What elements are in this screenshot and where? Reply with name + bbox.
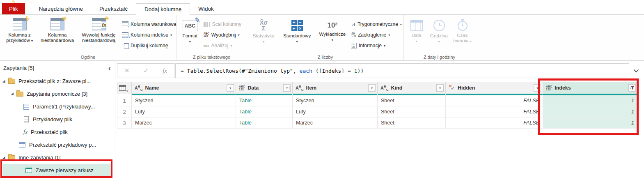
row-number[interactable]: 1: [117, 95, 132, 106]
column-filter-dropdown-button[interactable]: ▾: [534, 84, 541, 92]
tab-plik[interactable]: Plik: [2, 3, 25, 14]
tree-item-zapytania-pomocnicze[interactable]: Zapytania pomocnicze [3]: [0, 88, 115, 100]
column-filter-dropdown-button[interactable]: ▾: [436, 84, 444, 92]
trigonometry-button[interactable]: ⊿ Trygonometryczne ▾: [349, 19, 403, 30]
ribbon: ϟ Kolumna zprzykładów ▾ ✳ Kolumnaniestan…: [0, 15, 644, 61]
dropdown-caret-icon: ▾: [470, 39, 472, 43]
tree-item-przeksztalc-plik-z[interactable]: Przekształć plik z: Zawsze pi...: [0, 75, 115, 88]
power-query-editor-window: Plik Narzędzia główne Przekształć Dodaj …: [0, 0, 644, 182]
row-number[interactable]: 3: [117, 117, 132, 129]
column-filter-dropdown-button[interactable]: ▾: [227, 84, 234, 92]
format-button[interactable]: ABC✎ Format▾: [178, 16, 202, 54]
cell-name[interactable]: Styczeń: [132, 95, 236, 106]
ribbon-tab-bar: Plik Narzędzia główne Przekształć Dodaj …: [0, 0, 644, 15]
invoke-custom-function-button[interactable]: fx✳ Wywołaj funkcjęniestandardową: [77, 16, 120, 54]
column-header-data[interactable]: ABC123 Data: [236, 82, 293, 94]
expanded-triangle-icon[interactable]: [2, 156, 5, 159]
standard-button[interactable]: +−÷× Standardowy▾: [279, 16, 316, 54]
expanded-triangle-icon[interactable]: [11, 92, 14, 95]
column-header-indeks[interactable]: ABC123 Indeks: [543, 82, 638, 94]
dropdown-caret-icon: ▾: [230, 44, 232, 48]
text-type-icon: ABC: [380, 85, 389, 92]
pencil-icon: ✎: [194, 16, 201, 25]
column-header-hidden[interactable]: ✕✓ Hidden ▾: [446, 82, 543, 94]
tab-narzedzia-glowne[interactable]: Narzędzia główne: [31, 3, 91, 14]
formula-text: = Table.SelectRows(#"Zmieniono typ",: [181, 68, 300, 74]
add-step-fx-icon[interactable]: fx: [163, 67, 167, 74]
expand-column-button[interactable]: [283, 84, 291, 92]
group-label-z-daty-i-godziny: Z daty i godziny: [404, 55, 475, 60]
select-all-table-button[interactable]: ▾: [117, 82, 132, 94]
information-grid-icon: 1−3+: [351, 43, 357, 48]
rounding-button[interactable]: .00→.0 Zaokrąglenie ▾: [349, 30, 403, 40]
tree-item-przeksztalc-przykladowy[interactable]: Przekształć przykładowy p...: [0, 138, 115, 151]
triangle-icon: ⊿: [351, 21, 355, 28]
information-button[interactable]: 1−3+ Informacje ▾: [349, 40, 403, 51]
cell-data-table-link[interactable]: Table: [236, 95, 293, 106]
chevron-down-icon: [633, 67, 639, 72]
column-from-examples-button[interactable]: ϟ Kolumna zprzykładów ▾: [2, 16, 37, 54]
row-number[interactable]: 2: [117, 106, 132, 117]
column-header-kind[interactable]: ABC Kind ▾: [378, 82, 446, 94]
parse-button[interactable]: abc Analizuj ▾: [202, 40, 246, 51]
query-tree: Przekształć plik z: Zawsze pi... Zapytan…: [0, 75, 115, 177]
tree-item-przykladowy-plik[interactable]: Przykładowy plik: [0, 113, 115, 126]
dropdown-caret-icon: ▾: [238, 33, 240, 37]
logical-type-icon: ✕✓: [449, 85, 455, 91]
tab-widok[interactable]: Widok: [190, 3, 222, 14]
index-column-button[interactable]: 123 Kolumna indeksu ▾: [120, 30, 175, 40]
cell-hidden[interactable]: FALSE: [446, 95, 543, 106]
cell-indeks[interactable]: 1: [543, 106, 638, 117]
tab-dodaj-kolumne[interactable]: Dodaj kolumnę: [136, 3, 190, 15]
collapse-pane-icon[interactable]: ‹: [108, 64, 111, 73]
expand-formula-bar-button[interactable]: [630, 66, 640, 75]
cell-kind[interactable]: Sheet: [378, 106, 446, 117]
cell-item[interactable]: Marzec: [293, 117, 378, 129]
cell-indeks[interactable]: 1: [543, 95, 638, 106]
merge-columns-button[interactable]: Scal kolumny: [202, 19, 246, 30]
column-filter-dropdown-button[interactable]: ▾: [368, 84, 376, 92]
commit-formula-icon[interactable]: ✓: [144, 67, 149, 74]
cancel-formula-icon[interactable]: ✕: [124, 67, 130, 74]
cell-kind[interactable]: Sheet: [378, 95, 446, 106]
tree-item-przeksztalc-plik[interactable]: fx Przekształć plik: [0, 126, 115, 138]
dropdown-caret-icon: ▾: [416, 39, 417, 43]
duplicate-column-button[interactable]: Duplikuj kolumnę: [120, 40, 175, 51]
formula-input[interactable]: = Table.SelectRows(#"Zmieniono typ", eac…: [175, 63, 629, 78]
format-abc-icon: ABC✎: [183, 21, 197, 31]
time-button[interactable]: Godzina▾: [427, 16, 451, 54]
tab-przeksztalc[interactable]: Przekształć: [91, 3, 136, 14]
dropdown-caret-icon: ▾: [31, 39, 33, 43]
dropdown-caret-icon: ▾: [332, 38, 333, 42]
cell-name[interactable]: Luty: [132, 106, 236, 117]
conditional-column-button[interactable]: ≠ Kolumna warunkowa: [120, 19, 175, 30]
ribbon-group-z-pliku-tekstowego: ABC✎ Format▾ Scal kolumny ABC123 Wyodręb…: [176, 15, 247, 60]
cell-hidden[interactable]: FALSE: [446, 106, 543, 117]
table-icon: [119, 85, 126, 91]
cell-data-table-link[interactable]: Table: [236, 106, 293, 117]
extract-button[interactable]: ABC123 Wyodrębnij ▾: [202, 30, 246, 40]
cell-indeks[interactable]: 1: [543, 117, 638, 129]
arithmetic-operators-icon: +−÷×: [291, 20, 303, 31]
cell-hidden[interactable]: FALSE: [446, 117, 543, 129]
cell-data-table-link[interactable]: Table: [236, 117, 293, 129]
custom-column-button[interactable]: ✳ Kolumnaniestandardowa: [37, 16, 77, 54]
parameter-icon: [23, 104, 29, 110]
cell-name[interactable]: Marzec: [132, 117, 236, 129]
tree-item-parametr1[interactable]: Parametr1 (Przykładowy...: [0, 100, 115, 113]
column-header-name[interactable]: ABC Name ▾: [132, 82, 236, 94]
date-button[interactable]: Data▾: [406, 16, 427, 54]
scientific-button[interactable]: 10² Wykładnicze▾: [316, 16, 349, 54]
cell-item[interactable]: Luty: [293, 106, 378, 117]
tree-item-zawsze-pierwszy-arkusz[interactable]: Zawsze pierwszy arkusz: [2, 164, 112, 177]
expanded-triangle-icon[interactable]: [2, 80, 5, 83]
duration-button[interactable]: Czastrwania ▾: [451, 16, 474, 54]
queries-count-label: Zapytania [5]: [3, 65, 34, 71]
statistics-button[interactable]: X̄σΣ Statystyka▾: [249, 16, 279, 54]
query-preview-area: ✕ ✓ fx = Table.SelectRows(#"Zmieniono ty…: [116, 61, 644, 182]
cell-item[interactable]: Styczeń: [293, 95, 378, 106]
tree-item-inne-zapytania[interactable]: Inne zapytania [1]: [0, 151, 115, 164]
active-filter-button[interactable]: [628, 84, 636, 92]
column-header-item[interactable]: ABC Item ▾: [293, 82, 378, 94]
cell-kind[interactable]: Sheet: [378, 117, 446, 129]
